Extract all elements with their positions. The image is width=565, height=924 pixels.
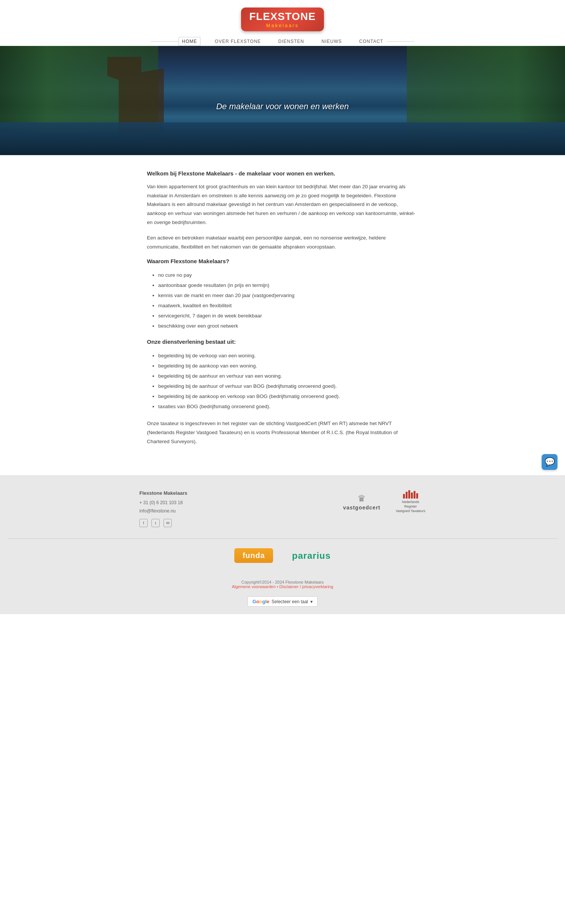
bar-4 [411,492,413,499]
nrvt-label: Nederlands Register Vastgoed Taxateurs [396,500,426,513]
list-item: no cure no pay [158,270,418,280]
diensten-title: Onze dienstverlening bestaat uit: [147,338,418,345]
hero-tagline: De makelaar voor wonen en werken [0,102,565,111]
footer-translate: Google Selecteer een taal ▾ [8,596,557,614]
facebook-icon[interactable]: f [139,519,148,527]
footer-company-name: Flexstone Makelaars [139,490,231,496]
chat-icon: 💬 [545,457,555,467]
email-icon[interactable]: ✉ [163,519,172,527]
list-item: maatwerk, kwaliteit en flexibiliteit [158,300,418,311]
waarom-title: Waarom Flexstone Makelaars? [147,258,418,264]
list-item: begeleiding bij de aanhuur en verhuur va… [158,371,418,381]
footer-bottom: funda pararius [8,538,557,572]
translate-arrow-icon: ▾ [310,599,313,604]
nav-diensten[interactable]: DIENSTEN [275,37,307,46]
footer-contact: Flexstone Makelaars + 31 (0) 6 201 103 1… [139,490,231,527]
nav-home[interactable]: HOME [179,37,200,46]
main-content: Welkom bij Flexstone Makelaars - de make… [139,155,426,475]
site-header: FLEXSTONE Makelaars HOME OVER FLEXSTONE … [0,0,565,46]
chat-button[interactable]: 💬 [542,454,557,470]
google-icon: Google [252,599,269,604]
waarom-list: no cure no pay aantoonbaar goede resulta… [147,270,418,331]
bar-2 [406,492,408,499]
intro-text-2: Een actieve en betrokken makelaar waarbi… [147,233,418,251]
pararius-logo[interactable]: pararius [292,550,331,561]
translate-button[interactable]: Google Selecteer een taal ▾ [247,596,318,607]
footer-logos: ♛ vastgoedcert Nederlands Register Vastg… [242,490,426,513]
list-item: aantoonbaar goede resultaten (in prijs e… [158,280,418,290]
list-item: beschikking over een groot netwerk [158,321,418,331]
welcome-title: Welkom bij Flexstone Makelaars - de make… [147,170,418,177]
site-footer: Flexstone Makelaars + 31 (0) 6 201 103 1… [0,475,565,614]
footer-email: info@flexstone.nu [139,507,231,515]
list-item: begeleiding bij de aankoop van een wonin… [158,361,418,371]
nav-nieuws[interactable]: NIEUWS [319,37,345,46]
bar-6 [416,493,418,499]
intro-text-1: Van klein appartement tot groot grachten… [147,182,418,227]
twitter-icon[interactable]: t [151,519,160,527]
vastgoedcert-label: vastgoedcert [343,505,380,511]
bar-3 [408,490,410,499]
logo-tagline: Makelaars [249,23,316,28]
footer-phone: + 31 (0) 6 201 103 18 [139,499,231,507]
terms-link[interactable]: Algemene voorwaarden [232,584,275,589]
privacy-link[interactable]: Disclaimer / privacyverklaring [279,584,333,589]
list-item: begeleiding bij de verkoop van een wonin… [158,351,418,361]
closing-text: Onze taxateur is ingeschreven in het reg… [147,419,418,446]
nrvt-logo: Nederlands Register Vastgoed Taxateurs [396,490,426,513]
bar-1 [403,494,405,499]
list-item: kennis van de markt en meer dan 20 jaar … [158,290,418,300]
translate-label: Selecteer een taal [272,599,308,604]
list-item: taxaties van BOG (bedrijfsmatig onroeren… [158,401,418,412]
main-nav: HOME OVER FLEXSTONE DIENSTEN NIEUWS CONT… [0,37,565,46]
footer-copyright: Copyright©2014 - 2024 Flexstone Makelaar… [8,572,557,596]
logo[interactable]: FLEXSTONE Makelaars [241,8,324,31]
crown-icon: ♛ [343,493,380,504]
nav-over-flexstone[interactable]: OVER FLEXSTONE [212,37,264,46]
vastgoedcert-logo: ♛ vastgoedcert [343,493,380,511]
funda-logo[interactable]: funda [234,548,273,563]
list-item: servicegericht, 7 dagen in de week berei… [158,311,418,321]
list-item: begeleiding bij de aankoop en verkoop va… [158,391,418,401]
bar-5 [414,491,415,499]
nav-contact[interactable]: CONTACT [356,37,386,46]
hero-section: De makelaar voor wonen en werken [0,46,565,155]
logo-name: FLEXSTONE [249,11,316,22]
diensten-list: begeleiding bij de verkoop van een wonin… [147,351,418,412]
list-item: begeleiding bij de aanhuur of verhuur va… [158,381,418,391]
legal-separator: • [277,584,279,589]
